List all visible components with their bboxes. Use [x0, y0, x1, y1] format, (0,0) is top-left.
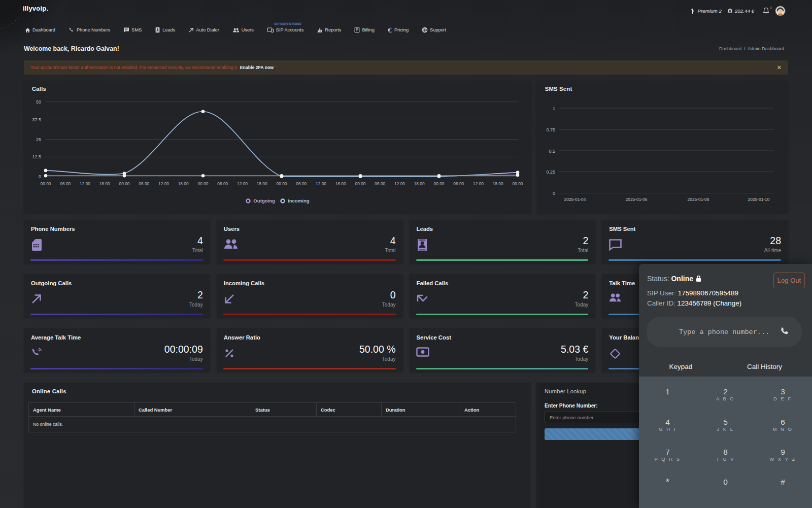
svg-text:18:00: 18:00 [178, 181, 189, 186]
svg-text:18:00: 18:00 [257, 181, 267, 186]
svg-text:06:00: 06:00 [375, 181, 385, 186]
svg-text:12:00: 12:00 [316, 181, 326, 186]
svg-text:12:00: 12:00 [158, 181, 169, 186]
svg-text:18:00: 18:00 [335, 181, 346, 186]
svg-text:06:00: 06:00 [139, 181, 149, 186]
svg-text:0.25: 0.25 [546, 170, 555, 175]
svg-text:25: 25 [36, 137, 41, 142]
svg-text:0: 0 [39, 174, 41, 179]
svg-text:00:00: 00:00 [355, 181, 366, 186]
svg-text:00:00: 00:00 [41, 181, 51, 186]
svg-text:06:00: 06:00 [296, 181, 307, 186]
svg-text:18:00: 18:00 [99, 181, 110, 186]
svg-text:12:00: 12:00 [237, 181, 248, 186]
svg-text:50: 50 [36, 99, 41, 105]
svg-text:18:00: 18:00 [493, 181, 503, 186]
svg-text:1: 1 [553, 106, 555, 111]
svg-text:2025-01-06: 2025-01-06 [625, 197, 647, 202]
svg-text:06:00: 06:00 [60, 181, 71, 186]
svg-text:06:00: 06:00 [453, 181, 464, 186]
svg-text:0.5: 0.5 [549, 149, 555, 154]
svg-text:2025-01-04: 2025-01-04 [564, 197, 586, 202]
svg-text:00:00: 00:00 [434, 181, 445, 186]
svg-text:37.5: 37.5 [32, 117, 41, 122]
svg-text:12:00: 12:00 [80, 181, 90, 186]
svg-text:2025-01-08: 2025-01-08 [687, 197, 709, 202]
svg-text:2025-01-10: 2025-01-10 [748, 197, 769, 202]
svg-text:00:00: 00:00 [119, 181, 130, 186]
svg-text:00:00: 00:00 [198, 181, 209, 186]
svg-text:06:00: 06:00 [217, 181, 228, 186]
svg-text:00:00: 00:00 [277, 181, 287, 186]
svg-text:00:00: 00:00 [513, 181, 523, 186]
svg-text:12.5: 12.5 [32, 154, 41, 159]
svg-text:12:00: 12:00 [394, 181, 405, 186]
svg-text:0: 0 [553, 191, 555, 196]
svg-text:12:00: 12:00 [473, 181, 484, 186]
svg-text:0.75: 0.75 [546, 127, 555, 132]
svg-text:18:00: 18:00 [414, 181, 425, 186]
